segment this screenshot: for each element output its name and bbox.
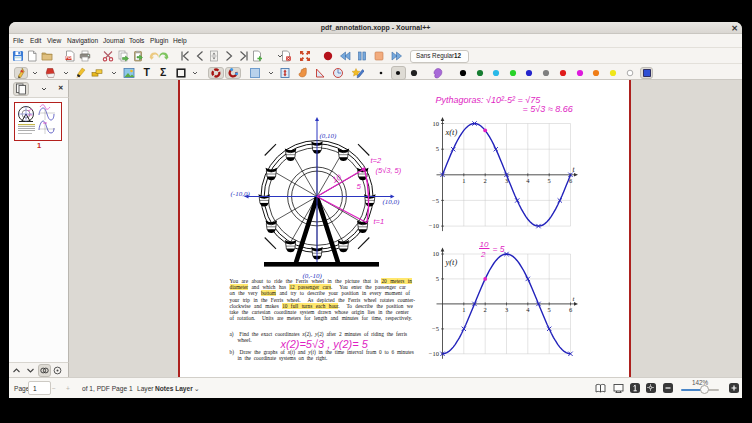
svg-text:y(t): y(t)	[444, 257, 457, 267]
svg-text:(10,0): (10,0)	[382, 198, 400, 206]
svg-text:3: 3	[504, 306, 507, 313]
svg-text:10: 10	[432, 120, 439, 127]
svg-text:2: 2	[483, 177, 486, 184]
svg-text:−10: −10	[428, 350, 438, 357]
svg-text:t=2: t=2	[370, 156, 381, 165]
svg-text:1: 1	[462, 306, 465, 313]
svg-text:5: 5	[356, 182, 361, 191]
svg-text:(5√3, 5): (5√3, 5)	[375, 166, 401, 175]
svg-text:1: 1	[462, 177, 465, 184]
svg-text:−10: −10	[428, 222, 438, 229]
svg-text:2: 2	[483, 306, 486, 313]
svg-text:10: 10	[330, 173, 343, 185]
svg-text:10: 10	[432, 250, 439, 257]
svg-text:(0,10): (0,10)	[319, 132, 337, 140]
svg-text:= 5√3 ≈ 8.66: = 5√3 ≈ 8.66	[522, 104, 572, 114]
svg-text:4: 4	[526, 306, 530, 313]
svg-text:−5: −5	[432, 197, 439, 204]
svg-text:5: 5	[435, 275, 438, 282]
svg-text:5: 5	[547, 306, 550, 313]
svg-text:t: t	[572, 165, 575, 174]
svg-text:t=1: t=1	[373, 217, 384, 226]
svg-text:4: 4	[526, 177, 530, 184]
svg-text:2: 2	[480, 250, 486, 259]
svg-text:x(t): x(t)	[444, 127, 457, 137]
svg-text:(-10,0): (-10,0)	[230, 190, 250, 198]
svg-text:5: 5	[435, 145, 438, 152]
svg-text:= 5: = 5	[492, 244, 504, 254]
svg-text:10: 10	[479, 240, 488, 249]
svg-text:5: 5	[547, 177, 550, 184]
svg-text:6: 6	[568, 306, 572, 313]
svg-text:PDF: PDF	[66, 56, 74, 60]
svg-text:t: t	[572, 295, 575, 303]
svg-text:−5: −5	[432, 325, 439, 332]
